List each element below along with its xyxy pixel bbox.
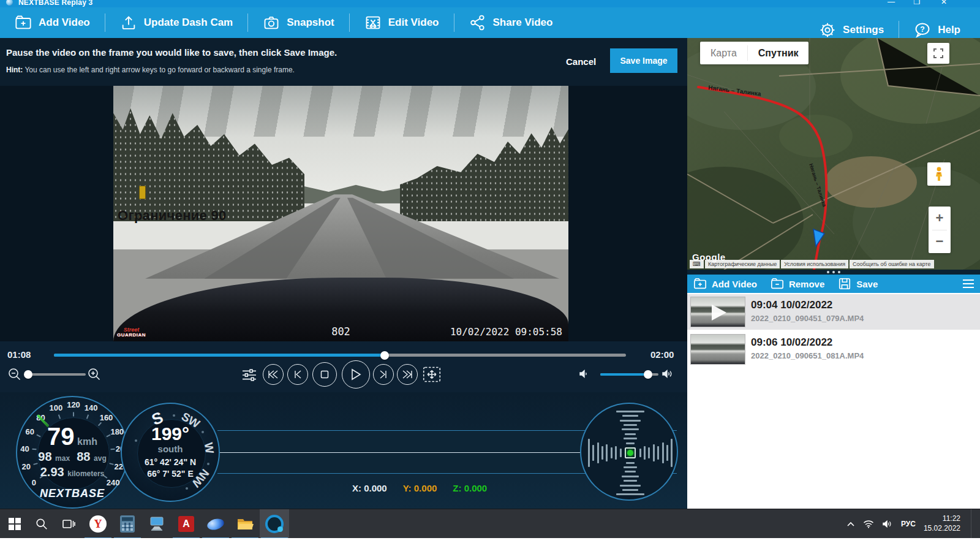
panel-resize-handle[interactable] bbox=[687, 270, 980, 275]
snapshot-hint: Hint: You can use the left and right arr… bbox=[6, 66, 295, 74]
map-zoom-out-button[interactable]: − bbox=[929, 230, 951, 254]
speed-value: 79 bbox=[47, 423, 75, 450]
language-indicator[interactable]: РУС bbox=[901, 520, 916, 528]
file-explorer-icon[interactable] bbox=[230, 509, 260, 539]
this-pc-icon[interactable] bbox=[142, 509, 172, 539]
system-tray: РУС 11:22 15.02.2022 bbox=[846, 509, 980, 539]
minimize-button[interactable]: — bbox=[882, 0, 900, 6]
total-time: 02:00 bbox=[650, 349, 674, 360]
start-button[interactable] bbox=[0, 509, 29, 539]
wifi-icon[interactable] bbox=[863, 520, 874, 528]
volume-slider[interactable] bbox=[600, 373, 658, 376]
gforce-xyz-readout: X: 0.000 Y: 0.000 Z: 0.000 bbox=[352, 483, 487, 493]
video-thumbnail[interactable] bbox=[690, 297, 745, 327]
playlist-add-button[interactable]: Add Video bbox=[693, 277, 757, 290]
zoom-handle[interactable] bbox=[24, 370, 32, 379]
floppy-save-icon bbox=[838, 277, 851, 290]
gear-icon bbox=[819, 21, 836, 39]
video-timestamp: 10/02/2022 09:05:58 bbox=[450, 326, 562, 338]
play-button[interactable] bbox=[342, 360, 370, 389]
snapshot-instruction: Pause the video on the frame you would l… bbox=[6, 47, 337, 58]
calculator-icon[interactable] bbox=[113, 509, 142, 539]
seek-bar[interactable] bbox=[54, 354, 626, 357]
speed-unit: kmh bbox=[77, 436, 97, 447]
compass-readout: 199° south 61° 42' 24" N 66° 7' 52" E bbox=[122, 404, 219, 501]
main-toolbar: Add Video Update Dash Cam Snapshot bbox=[0, 7, 980, 38]
playlist-item-selected[interactable]: 09:04 10/02/2022 2022_0210_090451_079A.M… bbox=[687, 294, 980, 330]
progress-fill bbox=[54, 354, 385, 357]
report-error-link[interactable]: Сообщить об ошибке на карте bbox=[850, 260, 933, 268]
task-view-button[interactable] bbox=[54, 509, 83, 539]
app-icon bbox=[6, 0, 13, 6]
share-video-button[interactable]: Share Video bbox=[454, 7, 568, 38]
nextbase-logo: NEXTBASE bbox=[17, 487, 127, 500]
video-stage: Ограничение 90 Street GUARDIAN 802 10/02… bbox=[0, 86, 687, 341]
right-panel: Нягань – Талинка Нягань – Талинка Карта … bbox=[687, 38, 980, 509]
map-fullscreen-button[interactable] bbox=[927, 43, 949, 64]
map-zoom-control: + − bbox=[929, 207, 951, 253]
stop-button[interactable] bbox=[312, 362, 337, 387]
save-image-button[interactable]: Save Image bbox=[610, 48, 677, 73]
zoom-slider[interactable] bbox=[27, 373, 86, 376]
edit-video-button[interactable]: Edit Video bbox=[350, 7, 454, 38]
volume-tray-icon[interactable] bbox=[882, 519, 893, 529]
playlist-menu-button[interactable] bbox=[963, 279, 974, 288]
map-tab[interactable]: Карта bbox=[700, 42, 747, 64]
folder-plus-icon bbox=[693, 277, 707, 290]
cancel-button[interactable]: Cancel bbox=[561, 54, 601, 69]
snapshot-banner: Pause the video on the frame you would l… bbox=[0, 38, 687, 86]
maximize-button[interactable]: ❐ bbox=[908, 0, 926, 6]
update-dashcam-button[interactable]: Update Dash Cam bbox=[105, 7, 247, 38]
heading-value: 199° bbox=[151, 425, 189, 443]
volume-handle[interactable] bbox=[644, 370, 652, 379]
show-desktop-button[interactable] bbox=[971, 509, 971, 539]
gforce-meter bbox=[580, 403, 678, 501]
prev-frame-button[interactable] bbox=[287, 364, 308, 385]
nextbase-replay-taskbar-icon[interactable] bbox=[260, 509, 289, 539]
playlist-item[interactable]: 09:06 10/02/2022 2022_0210_090651_081A.M… bbox=[687, 332, 980, 367]
playlist-remove-button[interactable]: Remove bbox=[771, 277, 824, 290]
longitude-value: 66° 7' 52" E bbox=[147, 468, 194, 480]
video-clouds bbox=[113, 86, 568, 137]
video-frame[interactable]: Ограничение 90 Street GUARDIAN 802 10/02… bbox=[113, 86, 568, 341]
skip-start-button[interactable] bbox=[263, 364, 284, 385]
map-view[interactable]: Нягань – Талинка Нягань – Талинка Карта … bbox=[687, 38, 980, 270]
tray-chevron-icon[interactable] bbox=[846, 521, 855, 527]
skip-end-button[interactable] bbox=[397, 364, 418, 385]
adobe-acrobat-icon[interactable]: A bbox=[172, 509, 201, 539]
taskbar-search-button[interactable] bbox=[27, 509, 56, 539]
zoom-out-button[interactable] bbox=[7, 367, 22, 382]
keyboard-shortcuts-icon[interactable]: ⌨ bbox=[690, 260, 704, 268]
folder-minus-icon bbox=[771, 277, 784, 290]
pegman-button[interactable] bbox=[927, 162, 951, 186]
video-roadside-marker bbox=[139, 186, 146, 199]
help-bubble-icon: ? bbox=[914, 21, 931, 39]
taskbar-clock[interactable]: 11:22 15.02.2022 bbox=[924, 514, 960, 533]
volume-low-icon[interactable] bbox=[578, 368, 590, 380]
satellite-tab[interactable]: Спутник bbox=[748, 42, 809, 64]
map-zoom-in-button[interactable]: + bbox=[929, 207, 951, 230]
blue-orb-app-icon[interactable] bbox=[201, 509, 230, 539]
film-scissors-icon bbox=[364, 14, 382, 31]
playback-settings-icon[interactable] bbox=[241, 368, 257, 382]
next-frame-button[interactable] bbox=[373, 364, 394, 385]
playlist-save-button[interactable]: Save bbox=[838, 277, 878, 290]
map-type-switcher: Карта Спутник bbox=[700, 42, 809, 64]
snapshot-button[interactable]: Snapshot bbox=[248, 7, 349, 38]
progress-handle[interactable] bbox=[380, 351, 389, 360]
yandex-browser-icon[interactable]: Y bbox=[83, 509, 113, 539]
fullscreen-button[interactable] bbox=[423, 366, 441, 383]
volume-high-icon[interactable] bbox=[662, 368, 675, 380]
map-data-link[interactable]: Картографические данные bbox=[705, 260, 780, 268]
terms-link[interactable]: Условия использования bbox=[781, 260, 848, 268]
heading-direction: south bbox=[158, 444, 183, 454]
upload-icon bbox=[120, 14, 137, 31]
zoom-in-button[interactable] bbox=[87, 367, 102, 382]
compass-gauge: SSWWNW 199° south 61° 42' 24" N 66° 7' 5… bbox=[121, 403, 220, 502]
close-button[interactable]: ✕ bbox=[935, 0, 953, 6]
add-video-button[interactable]: Add Video bbox=[0, 7, 105, 38]
gforce-y: Y: 0.000 bbox=[403, 483, 437, 493]
video-thumbnail[interactable] bbox=[690, 334, 745, 365]
clip-time: 09:04 10/02/2022 bbox=[751, 299, 832, 311]
volume-fill bbox=[600, 373, 648, 376]
